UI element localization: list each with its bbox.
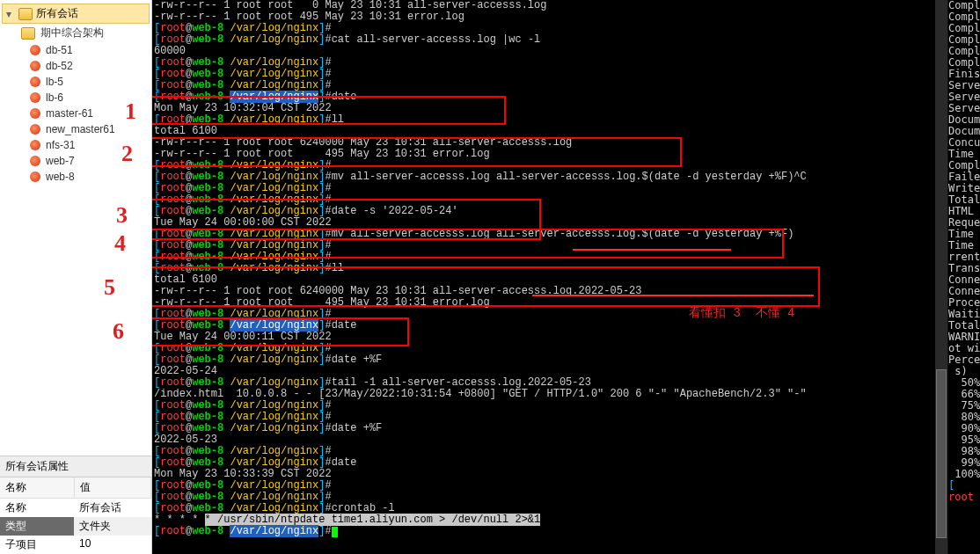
- tree-folder-project[interactable]: 期中综合架构: [2, 24, 150, 42]
- tree-root-label: 所有会话: [36, 6, 78, 21]
- properties-header-key: 名称: [0, 477, 75, 498]
- tree-item-label: db-52: [46, 60, 73, 72]
- terminal-icon: [30, 45, 40, 55]
- tree-folder-label: 期中综合架构: [40, 26, 104, 40]
- terminal-icon: [30, 92, 40, 103]
- terminal-icon: [30, 61, 40, 71]
- properties-panel-title: 所有会话属性: [0, 456, 151, 477]
- terminal-icon: [30, 77, 40, 87]
- tree-item-label: web-7: [46, 155, 75, 167]
- terminal-icon: [30, 156, 40, 166]
- tree-item-label: new_master61: [46, 123, 115, 135]
- terminal-line: [root@web-8 /var/log/nginx]#date +%F: [154, 354, 946, 366]
- terminal-icon: [30, 108, 40, 119]
- properties-header-value: 值: [75, 477, 151, 498]
- property-row: 类型文件夹: [0, 517, 151, 536]
- terminal-output[interactable]: -rw-r--r-- 1 root root 0 May 23 10:31 al…: [152, 0, 947, 554]
- tree-session-web-8[interactable]: web-8: [2, 169, 150, 185]
- tree-item-label: lb-5: [46, 76, 63, 88]
- folder-icon: [18, 8, 33, 20]
- terminal-icon: [30, 171, 40, 182]
- tree-item-label: web-8: [46, 171, 75, 183]
- terminal-line: [root@web-8 /var/log/nginx]#: [154, 526, 946, 537]
- sessions-sidebar: ▾ 所有会话 期中综合架构 db-51 db-52 lb-5 lb-6 mast…: [0, 0, 152, 554]
- tree-session-master-61[interactable]: master-61: [2, 106, 150, 121]
- session-tree: ▾ 所有会话 期中综合架构 db-51 db-52 lb-5 lb-6 mast…: [0, 0, 151, 456]
- property-row: 名称所有会话: [0, 499, 151, 517]
- tree-session-nfs-31[interactable]: nfs-31: [2, 137, 150, 153]
- tree-item-label: nfs-31: [46, 139, 75, 151]
- tree-session-lb-5[interactable]: lb-5: [2, 74, 150, 90]
- terminal-line: [root@web-8 /var/log/nginx]#cat all-serv…: [154, 34, 946, 46]
- terminal-scrollbar[interactable]: [935, 0, 947, 554]
- tree-session-new-master61[interactable]: new_master61: [2, 121, 150, 137]
- adjacent-terminal-strip: ComplComplComplComplComplComplFinisServe…: [947, 0, 980, 554]
- tree-session-db-52[interactable]: db-52: [2, 58, 150, 74]
- terminal-line: [root@web-8 /var/log/nginx]#ll: [154, 263, 946, 274]
- tree-root-all-sessions[interactable]: ▾ 所有会话: [2, 4, 150, 24]
- tree-item-label: db-51: [46, 44, 73, 56]
- tree-session-lb-6[interactable]: lb-6: [2, 90, 150, 106]
- terminal-icon: [30, 124, 40, 135]
- scrollbar-thumb[interactable]: [936, 369, 947, 538]
- collapse-icon: ▾: [6, 8, 15, 20]
- folder-icon: [21, 27, 35, 40]
- tree-item-label: lb-6: [46, 91, 63, 104]
- property-row: 子项目10: [0, 536, 151, 554]
- tree-session-web-7[interactable]: web-7: [2, 153, 150, 169]
- terminal-line: [root@web-8 /var/log/nginx]#date +%F: [154, 423, 946, 434]
- properties-table: 名称 值 名称所有会话 类型文件夹 子项目10: [0, 477, 151, 554]
- terminal-icon: [30, 140, 40, 150]
- tree-item-label: master-61: [46, 107, 93, 120]
- tree-session-db-51[interactable]: db-51: [2, 42, 150, 58]
- terminal-line: [root@web-8 /var/log/nginx]#ll: [154, 114, 946, 126]
